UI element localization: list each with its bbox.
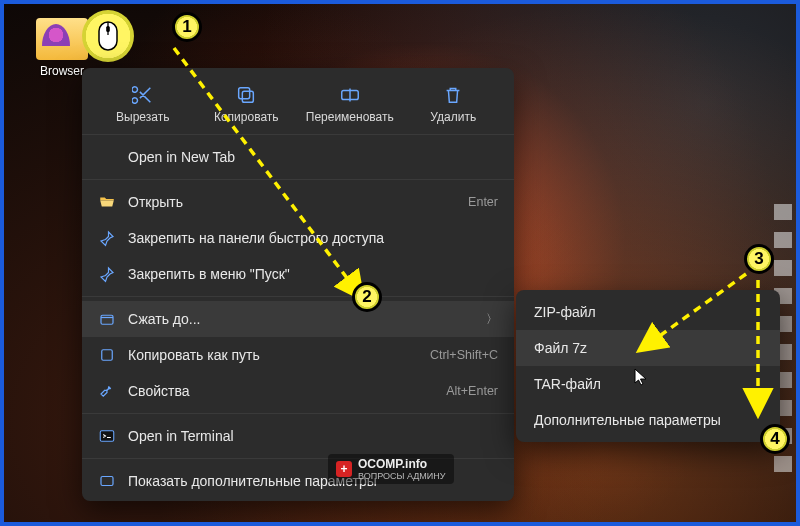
mouse-badge bbox=[82, 10, 134, 62]
submenu-tar[interactable]: TAR-файл bbox=[516, 366, 780, 402]
rename-label: Переименовать bbox=[306, 110, 394, 124]
context-menu: Вырезать Копировать Переименовать Удалит… bbox=[82, 68, 514, 501]
blank-icon bbox=[98, 148, 116, 166]
annotation-marker-2: 2 bbox=[352, 282, 382, 312]
copy-label: Копировать bbox=[214, 110, 279, 124]
menu-label: Копировать как путь bbox=[128, 347, 410, 363]
folder-open-icon bbox=[98, 193, 116, 211]
menu-pin-start[interactable]: Закрепить в меню "Пуск" bbox=[82, 256, 514, 292]
watermark-brand: OCOMP.info bbox=[358, 457, 446, 471]
desktop-folder[interactable]: Browser bbox=[34, 18, 90, 78]
shortcut: Ctrl+Shift+C bbox=[430, 348, 498, 362]
plus-icon: + bbox=[336, 461, 352, 477]
cursor-icon bbox=[634, 368, 648, 386]
menu-copy-as-path[interactable]: Копировать как путь Ctrl+Shift+C bbox=[82, 337, 514, 373]
menu-properties[interactable]: Свойства Alt+Enter bbox=[82, 373, 514, 409]
terminal-icon bbox=[98, 427, 116, 445]
menu-label: Свойства bbox=[128, 383, 426, 399]
submenu-label: ZIP-файл bbox=[534, 304, 596, 320]
rename-button[interactable]: Переименовать bbox=[299, 80, 401, 128]
annotation-marker-4: 4 bbox=[760, 424, 790, 454]
cut-button[interactable]: Вырезать bbox=[92, 80, 194, 128]
menu-label: Open in New Tab bbox=[128, 149, 498, 165]
menu-label: Закрепить в меню "Пуск" bbox=[128, 266, 498, 282]
svg-rect-4 bbox=[239, 88, 250, 99]
submenu-zip[interactable]: ZIP-файл bbox=[516, 294, 780, 330]
menu-label: Open in Terminal bbox=[128, 428, 498, 444]
marker-number: 1 bbox=[182, 17, 191, 37]
mouse-icon bbox=[96, 21, 120, 51]
shortcut: Alt+Enter bbox=[446, 384, 498, 398]
pin-icon bbox=[98, 265, 116, 283]
menu-label: Сжать до... bbox=[128, 311, 468, 327]
separator bbox=[82, 134, 514, 135]
annotation-marker-1: 1 bbox=[172, 12, 202, 42]
separator bbox=[82, 413, 514, 414]
svg-rect-7 bbox=[101, 315, 113, 324]
separator bbox=[82, 179, 514, 180]
more-icon bbox=[98, 472, 116, 490]
marker-number: 4 bbox=[770, 429, 779, 449]
submenu-label: Дополнительные параметры bbox=[534, 412, 721, 428]
path-icon bbox=[98, 346, 116, 364]
menu-compress-to[interactable]: Сжать до... 〉 bbox=[82, 301, 514, 337]
delete-button[interactable]: Удалить bbox=[403, 80, 505, 128]
watermark-sub: ВОПРОСЫ АДМИНУ bbox=[358, 471, 446, 481]
compress-submenu: ZIP-файл Файл 7z TAR-файл Дополнительные… bbox=[516, 290, 780, 442]
delete-label: Удалить bbox=[430, 110, 476, 124]
cut-label: Вырезать bbox=[116, 110, 169, 124]
menu-open[interactable]: Открыть Enter bbox=[82, 184, 514, 220]
svg-rect-9 bbox=[100, 431, 114, 442]
archive-icon bbox=[98, 310, 116, 328]
chevron-right-icon: 〉 bbox=[486, 311, 498, 328]
submenu-label: TAR-файл bbox=[534, 376, 601, 392]
menu-open-new-tab[interactable]: Open in New Tab bbox=[82, 139, 514, 175]
menu-open-terminal[interactable]: Open in Terminal bbox=[82, 418, 514, 454]
menu-label: Закрепить на панели быстрого доступа bbox=[128, 230, 498, 246]
folder-icon bbox=[36, 18, 88, 60]
svg-rect-10 bbox=[101, 477, 113, 486]
submenu-7z[interactable]: Файл 7z bbox=[516, 330, 780, 366]
copy-icon bbox=[235, 84, 257, 106]
pin-icon bbox=[98, 229, 116, 247]
menu-label: Открыть bbox=[128, 194, 448, 210]
separator bbox=[82, 296, 514, 297]
top-action-row: Вырезать Копировать Переименовать Удалит… bbox=[82, 74, 514, 130]
wrench-icon bbox=[98, 382, 116, 400]
marker-number: 3 bbox=[754, 249, 763, 269]
menu-pin-quick-access[interactable]: Закрепить на панели быстрого доступа bbox=[82, 220, 514, 256]
scissors-icon bbox=[132, 84, 154, 106]
submenu-more-options[interactable]: Дополнительные параметры bbox=[516, 402, 780, 438]
svg-rect-8 bbox=[102, 350, 113, 361]
marker-number: 2 bbox=[362, 287, 371, 307]
annotation-marker-3: 3 bbox=[744, 244, 774, 274]
svg-rect-3 bbox=[243, 91, 254, 102]
trash-icon bbox=[442, 84, 464, 106]
watermark: + OCOMP.info ВОПРОСЫ АДМИНУ bbox=[328, 454, 454, 484]
shortcut: Enter bbox=[468, 195, 498, 209]
svg-rect-2 bbox=[106, 26, 110, 32]
submenu-label: Файл 7z bbox=[534, 340, 587, 356]
copy-button[interactable]: Копировать bbox=[196, 80, 298, 128]
rename-icon bbox=[339, 84, 361, 106]
